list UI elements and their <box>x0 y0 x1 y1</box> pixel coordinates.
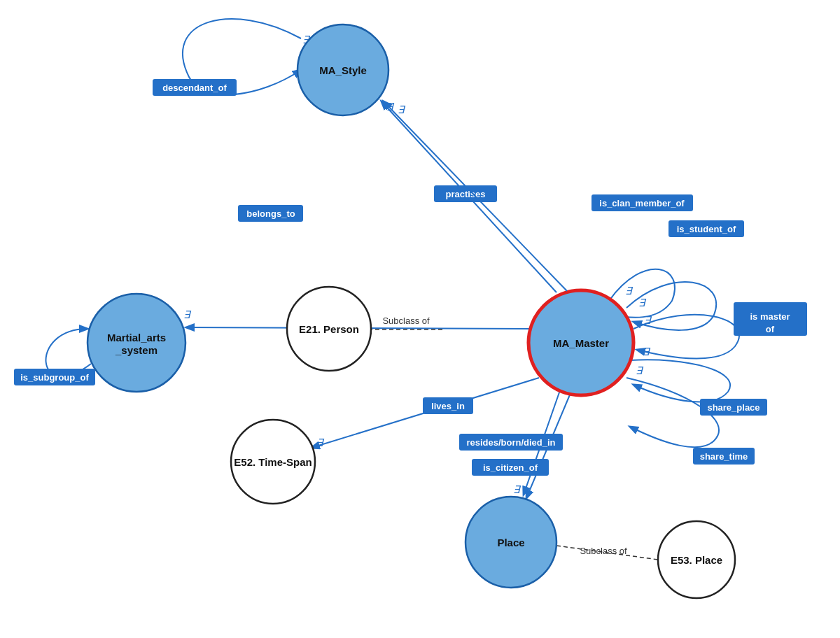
e53-place-label: E53. Place <box>671 554 722 566</box>
share-time-label: share_time <box>700 451 748 462</box>
subclass-person-label: Subclass of <box>382 316 430 326</box>
place-label: Place <box>497 537 524 548</box>
exists-lives: ∃ <box>316 437 325 448</box>
is-master-label-1: is master <box>750 311 790 322</box>
exists-share-time: ∃ <box>636 364 644 376</box>
subclass-place-label: Subclass of <box>580 546 627 556</box>
exists-student: ∃ <box>638 297 647 309</box>
is-citizen-label: is_citizen_of <box>483 462 538 473</box>
resides-label: resides/born/died_in <box>466 437 555 448</box>
exists-clan: ∃ <box>625 285 634 297</box>
practises-label: practises <box>445 189 485 199</box>
descendant-of-label: descendant_of <box>162 83 227 93</box>
e52-timespan-label: E52. Time-Span <box>234 456 312 468</box>
share-place-label: share_place <box>707 402 760 413</box>
ma-style-label: MA_Style <box>319 64 367 76</box>
is-clan-label: is_clan_member_of <box>599 198 685 208</box>
ma-master-label: MA_Master <box>553 337 609 349</box>
master-to-style-arrow <box>384 101 567 291</box>
exists-practises: ∃ <box>398 104 406 115</box>
is-student-label: is_student_of <box>677 224 736 234</box>
exists-citizen: ∃ <box>513 483 522 495</box>
lives-in-label: lives_in <box>431 401 465 411</box>
martial-arts-system-label-1: Martial_arts <box>107 332 166 343</box>
belongs-to-label: belongs_to <box>246 208 295 219</box>
exists-share-place: ∃ <box>643 346 651 357</box>
exists-belongs: ∃ <box>183 309 192 320</box>
e21-person-label: E21. Person <box>299 323 359 335</box>
martial-arts-system-label-2: _system <box>115 344 158 356</box>
is-master-label-2: of <box>766 324 775 334</box>
is-subgroup-label: is_subgroup_of <box>20 372 89 383</box>
